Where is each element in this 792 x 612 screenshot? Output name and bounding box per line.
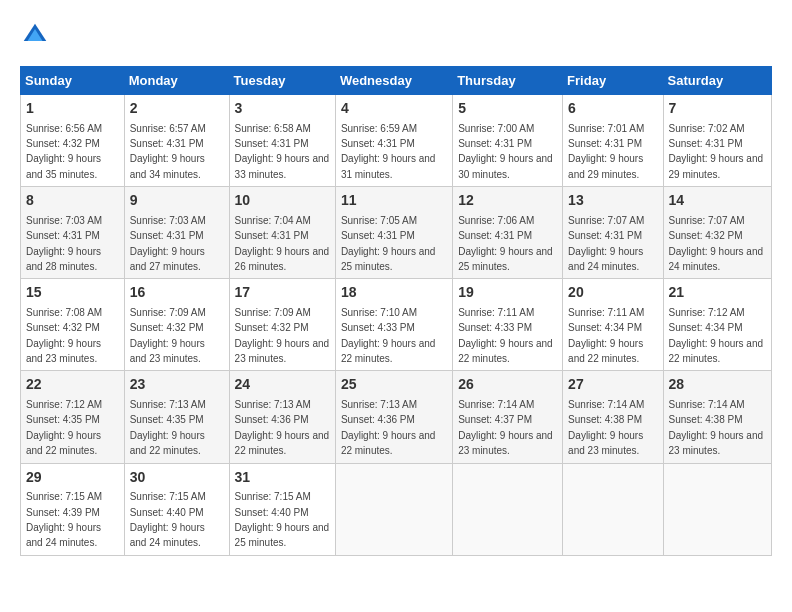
day-number: 22 — [26, 375, 119, 395]
day-info: Sunrise: 7:08 AMSunset: 4:32 PMDaylight:… — [26, 307, 102, 364]
calendar-day-cell — [563, 463, 663, 555]
calendar-day-cell: 11 Sunrise: 7:05 AMSunset: 4:31 PMDaylig… — [335, 187, 452, 279]
day-number: 16 — [130, 283, 224, 303]
day-info: Sunrise: 7:07 AMSunset: 4:32 PMDaylight:… — [669, 215, 764, 272]
day-number: 12 — [458, 191, 557, 211]
day-info: Sunrise: 7:07 AMSunset: 4:31 PMDaylight:… — [568, 215, 644, 272]
weekday-header: Saturday — [663, 67, 771, 95]
logo-icon — [20, 20, 50, 50]
calendar-day-cell: 21 Sunrise: 7:12 AMSunset: 4:34 PMDaylig… — [663, 279, 771, 371]
calendar-header-row: SundayMondayTuesdayWednesdayThursdayFrid… — [21, 67, 772, 95]
day-info: Sunrise: 7:11 AMSunset: 4:34 PMDaylight:… — [568, 307, 644, 364]
calendar-day-cell: 16 Sunrise: 7:09 AMSunset: 4:32 PMDaylig… — [124, 279, 229, 371]
calendar-day-cell: 9 Sunrise: 7:03 AMSunset: 4:31 PMDayligh… — [124, 187, 229, 279]
calendar-day-cell: 23 Sunrise: 7:13 AMSunset: 4:35 PMDaylig… — [124, 371, 229, 463]
weekday-header: Friday — [563, 67, 663, 95]
calendar-day-cell: 5 Sunrise: 7:00 AMSunset: 4:31 PMDayligh… — [453, 95, 563, 187]
calendar-day-cell: 31 Sunrise: 7:15 AMSunset: 4:40 PMDaylig… — [229, 463, 335, 555]
day-info: Sunrise: 7:11 AMSunset: 4:33 PMDaylight:… — [458, 307, 553, 364]
day-info: Sunrise: 7:12 AMSunset: 4:34 PMDaylight:… — [669, 307, 764, 364]
calendar-day-cell: 17 Sunrise: 7:09 AMSunset: 4:32 PMDaylig… — [229, 279, 335, 371]
calendar-week-row: 8 Sunrise: 7:03 AMSunset: 4:31 PMDayligh… — [21, 187, 772, 279]
weekday-header: Wednesday — [335, 67, 452, 95]
day-info: Sunrise: 7:14 AMSunset: 4:38 PMDaylight:… — [568, 399, 644, 456]
calendar-day-cell: 6 Sunrise: 7:01 AMSunset: 4:31 PMDayligh… — [563, 95, 663, 187]
day-info: Sunrise: 6:56 AMSunset: 4:32 PMDaylight:… — [26, 123, 102, 180]
day-info: Sunrise: 7:13 AMSunset: 4:35 PMDaylight:… — [130, 399, 206, 456]
day-number: 25 — [341, 375, 447, 395]
day-number: 10 — [235, 191, 330, 211]
day-info: Sunrise: 7:09 AMSunset: 4:32 PMDaylight:… — [235, 307, 330, 364]
day-number: 29 — [26, 468, 119, 488]
day-info: Sunrise: 7:05 AMSunset: 4:31 PMDaylight:… — [341, 215, 436, 272]
day-number: 7 — [669, 99, 766, 119]
day-info: Sunrise: 7:13 AMSunset: 4:36 PMDaylight:… — [341, 399, 436, 456]
weekday-header: Sunday — [21, 67, 125, 95]
calendar-day-cell: 27 Sunrise: 7:14 AMSunset: 4:38 PMDaylig… — [563, 371, 663, 463]
calendar-day-cell: 13 Sunrise: 7:07 AMSunset: 4:31 PMDaylig… — [563, 187, 663, 279]
day-number: 26 — [458, 375, 557, 395]
calendar-day-cell — [335, 463, 452, 555]
day-info: Sunrise: 7:13 AMSunset: 4:36 PMDaylight:… — [235, 399, 330, 456]
day-number: 14 — [669, 191, 766, 211]
day-number: 5 — [458, 99, 557, 119]
day-info: Sunrise: 7:01 AMSunset: 4:31 PMDaylight:… — [568, 123, 644, 180]
day-number: 30 — [130, 468, 224, 488]
calendar-week-row: 15 Sunrise: 7:08 AMSunset: 4:32 PMDaylig… — [21, 279, 772, 371]
day-info: Sunrise: 7:10 AMSunset: 4:33 PMDaylight:… — [341, 307, 436, 364]
day-number: 28 — [669, 375, 766, 395]
day-number: 9 — [130, 191, 224, 211]
calendar-table: SundayMondayTuesdayWednesdayThursdayFrid… — [20, 66, 772, 556]
day-info: Sunrise: 7:09 AMSunset: 4:32 PMDaylight:… — [130, 307, 206, 364]
day-number: 13 — [568, 191, 657, 211]
logo — [20, 20, 52, 50]
weekday-header: Tuesday — [229, 67, 335, 95]
day-info: Sunrise: 7:12 AMSunset: 4:35 PMDaylight:… — [26, 399, 102, 456]
day-info: Sunrise: 7:00 AMSunset: 4:31 PMDaylight:… — [458, 123, 553, 180]
day-number: 11 — [341, 191, 447, 211]
day-info: Sunrise: 7:04 AMSunset: 4:31 PMDaylight:… — [235, 215, 330, 272]
calendar-day-cell: 18 Sunrise: 7:10 AMSunset: 4:33 PMDaylig… — [335, 279, 452, 371]
calendar-day-cell: 19 Sunrise: 7:11 AMSunset: 4:33 PMDaylig… — [453, 279, 563, 371]
calendar-day-cell: 22 Sunrise: 7:12 AMSunset: 4:35 PMDaylig… — [21, 371, 125, 463]
calendar-day-cell — [453, 463, 563, 555]
day-info: Sunrise: 7:14 AMSunset: 4:37 PMDaylight:… — [458, 399, 553, 456]
calendar-day-cell: 3 Sunrise: 6:58 AMSunset: 4:31 PMDayligh… — [229, 95, 335, 187]
day-number: 23 — [130, 375, 224, 395]
calendar-day-cell: 12 Sunrise: 7:06 AMSunset: 4:31 PMDaylig… — [453, 187, 563, 279]
calendar-day-cell — [663, 463, 771, 555]
calendar-day-cell: 26 Sunrise: 7:14 AMSunset: 4:37 PMDaylig… — [453, 371, 563, 463]
calendar-day-cell: 2 Sunrise: 6:57 AMSunset: 4:31 PMDayligh… — [124, 95, 229, 187]
day-info: Sunrise: 6:58 AMSunset: 4:31 PMDaylight:… — [235, 123, 330, 180]
calendar-week-row: 29 Sunrise: 7:15 AMSunset: 4:39 PMDaylig… — [21, 463, 772, 555]
day-number: 1 — [26, 99, 119, 119]
calendar-week-row: 1 Sunrise: 6:56 AMSunset: 4:32 PMDayligh… — [21, 95, 772, 187]
day-info: Sunrise: 7:02 AMSunset: 4:31 PMDaylight:… — [669, 123, 764, 180]
day-number: 15 — [26, 283, 119, 303]
day-info: Sunrise: 7:15 AMSunset: 4:40 PMDaylight:… — [235, 491, 330, 548]
day-info: Sunrise: 6:57 AMSunset: 4:31 PMDaylight:… — [130, 123, 206, 180]
day-number: 27 — [568, 375, 657, 395]
day-info: Sunrise: 7:15 AMSunset: 4:40 PMDaylight:… — [130, 491, 206, 548]
day-info: Sunrise: 7:14 AMSunset: 4:38 PMDaylight:… — [669, 399, 764, 456]
calendar-week-row: 22 Sunrise: 7:12 AMSunset: 4:35 PMDaylig… — [21, 371, 772, 463]
day-number: 18 — [341, 283, 447, 303]
day-number: 17 — [235, 283, 330, 303]
day-info: Sunrise: 7:03 AMSunset: 4:31 PMDaylight:… — [130, 215, 206, 272]
calendar-day-cell: 8 Sunrise: 7:03 AMSunset: 4:31 PMDayligh… — [21, 187, 125, 279]
calendar-day-cell: 1 Sunrise: 6:56 AMSunset: 4:32 PMDayligh… — [21, 95, 125, 187]
day-number: 21 — [669, 283, 766, 303]
page-header — [20, 20, 772, 50]
day-info: Sunrise: 7:06 AMSunset: 4:31 PMDaylight:… — [458, 215, 553, 272]
calendar-day-cell: 25 Sunrise: 7:13 AMSunset: 4:36 PMDaylig… — [335, 371, 452, 463]
calendar-day-cell: 24 Sunrise: 7:13 AMSunset: 4:36 PMDaylig… — [229, 371, 335, 463]
calendar-day-cell: 14 Sunrise: 7:07 AMSunset: 4:32 PMDaylig… — [663, 187, 771, 279]
day-number: 24 — [235, 375, 330, 395]
calendar-day-cell: 28 Sunrise: 7:14 AMSunset: 4:38 PMDaylig… — [663, 371, 771, 463]
day-number: 31 — [235, 468, 330, 488]
day-info: Sunrise: 7:03 AMSunset: 4:31 PMDaylight:… — [26, 215, 102, 272]
day-number: 8 — [26, 191, 119, 211]
calendar-day-cell: 20 Sunrise: 7:11 AMSunset: 4:34 PMDaylig… — [563, 279, 663, 371]
day-number: 3 — [235, 99, 330, 119]
day-number: 19 — [458, 283, 557, 303]
